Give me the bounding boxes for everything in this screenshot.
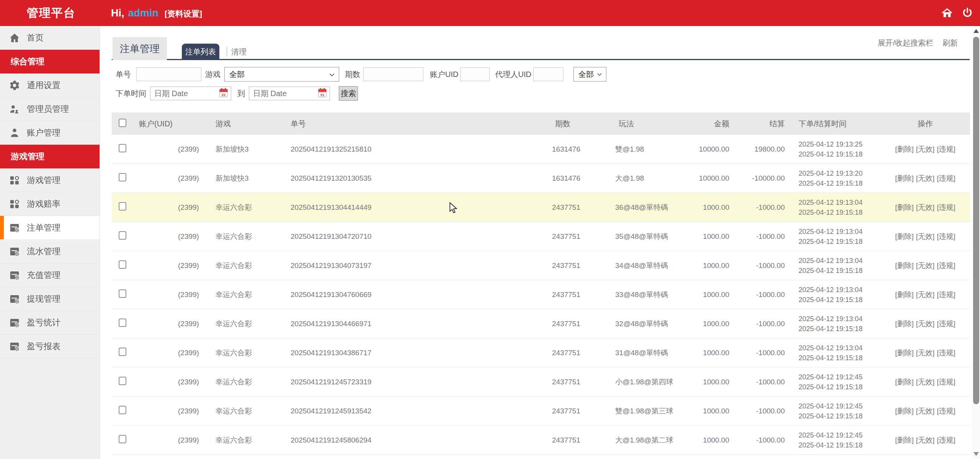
row-checkbox[interactable] bbox=[119, 173, 126, 181]
vertical-scrollbar[interactable] bbox=[972, 26, 980, 459]
game-select[interactable]: 全部 bbox=[224, 67, 339, 82]
row-checkbox[interactable] bbox=[119, 144, 126, 152]
violation-link[interactable]: [违规] bbox=[937, 320, 956, 328]
amount-cell: 10000.00 bbox=[697, 174, 733, 183]
sidebar-item[interactable]: 首页 bbox=[0, 26, 100, 50]
invalid-link[interactable]: [无效] bbox=[916, 174, 935, 182]
row-checkbox[interactable] bbox=[119, 435, 126, 443]
sidebar-item-label: 通用设置 bbox=[27, 80, 60, 91]
col-amount: 金额 bbox=[697, 119, 733, 129]
agent-uid-input[interactable] bbox=[533, 67, 564, 81]
order-no-input[interactable] bbox=[136, 67, 201, 81]
profile-settings-link[interactable]: [资料设置] bbox=[165, 9, 202, 18]
period-input[interactable] bbox=[363, 67, 423, 81]
scroll-down-arrow-icon[interactable] bbox=[973, 452, 979, 456]
time-cell: 2025-04-12 19:13:04 2025-04-12 19:15:18 bbox=[789, 285, 880, 305]
calendar-icon[interactable]: 31 bbox=[317, 88, 327, 100]
delete-link[interactable]: [删除] bbox=[895, 378, 914, 386]
power-logout-icon[interactable] bbox=[962, 7, 974, 19]
invalid-link[interactable]: [无效] bbox=[916, 378, 935, 386]
violation-link[interactable]: [违规] bbox=[937, 378, 956, 386]
violation-link[interactable]: [违规] bbox=[937, 145, 956, 153]
row-checkbox[interactable] bbox=[119, 319, 126, 327]
sidebar-item[interactable]: 盈亏统计 bbox=[0, 311, 100, 335]
violation-link[interactable]: [违规] bbox=[937, 261, 956, 270]
delete-link[interactable]: [删除] bbox=[895, 232, 914, 240]
row-checkbox[interactable] bbox=[119, 377, 126, 385]
delete-link[interactable]: [删除] bbox=[895, 320, 914, 328]
sidebar-item[interactable]: 通用设置 bbox=[0, 74, 100, 97]
sidebar-item[interactable]: 注单管理 bbox=[0, 216, 100, 240]
scroll-up-arrow-icon[interactable] bbox=[973, 29, 979, 33]
col-account-uid: 账户(UID) bbox=[132, 119, 214, 129]
delete-link[interactable]: [删除] bbox=[895, 261, 914, 270]
status-select[interactable]: 全部 bbox=[573, 67, 606, 82]
settle-time: 2025-04-12 19:15:18 bbox=[799, 382, 880, 392]
delete-link[interactable]: [删除] bbox=[895, 436, 914, 444]
row-checkbox[interactable] bbox=[119, 348, 126, 356]
bet-time: 2025-04-12 19:12:45 bbox=[799, 401, 880, 411]
sidebar-item[interactable]: 管理员管理 bbox=[0, 97, 100, 121]
sidebar-item[interactable]: 充值管理 bbox=[0, 263, 100, 287]
toggle-search-link[interactable]: 展开/收起搜索栏 bbox=[877, 38, 933, 48]
violation-link[interactable]: [违规] bbox=[937, 174, 956, 182]
sidebar-item[interactable]: 提现管理 bbox=[0, 287, 100, 311]
settle-time: 2025-04-12 19:15:18 bbox=[799, 324, 880, 334]
settle-time: 2025-04-12 19:15:18 bbox=[799, 440, 880, 450]
violation-link[interactable]: [违规] bbox=[937, 203, 956, 211]
delete-link[interactable]: [删除] bbox=[895, 174, 914, 182]
row-checkbox[interactable] bbox=[119, 406, 126, 414]
tab-cleanup[interactable]: 清理 bbox=[227, 44, 250, 60]
invalid-link[interactable]: [无效] bbox=[916, 232, 935, 240]
invalid-link[interactable]: [无效] bbox=[916, 145, 935, 153]
period-cell: 1631476 bbox=[550, 145, 614, 154]
invalid-link[interactable]: [无效] bbox=[916, 436, 935, 444]
amount-cell: 1000.00 bbox=[697, 232, 733, 241]
violation-link[interactable]: [违规] bbox=[937, 407, 956, 415]
delete-link[interactable]: [删除] bbox=[895, 407, 914, 415]
invalid-link[interactable]: [无效] bbox=[916, 291, 935, 299]
scrollbar-thumb[interactable] bbox=[973, 37, 979, 404]
row-checkbox[interactable] bbox=[119, 202, 126, 211]
sidebar-item[interactable]: 游戏赔率 bbox=[0, 192, 100, 216]
row-checkbox[interactable] bbox=[119, 231, 126, 240]
tab-order-list[interactable]: 注单列表 bbox=[182, 44, 219, 60]
sidebar-item[interactable]: 流水管理 bbox=[0, 240, 100, 263]
sidebar-item[interactable]: 游戏管理 bbox=[0, 168, 100, 192]
violation-link[interactable]: [违规] bbox=[937, 291, 956, 299]
violation-link[interactable]: [违规] bbox=[937, 349, 956, 357]
invalid-link[interactable]: [无效] bbox=[916, 349, 935, 357]
delete-link[interactable]: [删除] bbox=[895, 291, 914, 299]
invalid-link[interactable]: [无效] bbox=[916, 407, 935, 415]
delete-link[interactable]: [删除] bbox=[895, 203, 914, 211]
calendar-icon[interactable]: 31 bbox=[219, 88, 229, 100]
select-all-checkbox[interactable] bbox=[119, 119, 126, 127]
violation-link[interactable]: [违规] bbox=[937, 436, 956, 444]
row-checkbox[interactable] bbox=[119, 260, 126, 269]
account-uid-input[interactable] bbox=[460, 67, 490, 81]
end-date-input[interactable]: 日期 Date 31 bbox=[249, 87, 330, 100]
invalid-link[interactable]: [无效] bbox=[916, 320, 935, 328]
time-cell: 2025-04-12 19:13:04 2025-04-12 19:15:18 bbox=[789, 227, 880, 247]
account-uid-cell: (2399) bbox=[132, 261, 214, 270]
time-cell: 2025-04-12 19:13:04 2025-04-12 19:15:18 bbox=[789, 256, 880, 276]
row-checkbox[interactable] bbox=[119, 289, 126, 298]
invalid-link[interactable]: [无效] bbox=[916, 203, 935, 211]
admins-icon bbox=[9, 103, 20, 115]
sidebar-item[interactable]: 账户管理 bbox=[0, 121, 100, 145]
delete-link[interactable]: [删除] bbox=[895, 145, 914, 153]
sidebar-item[interactable]: 盈亏报表 bbox=[0, 335, 100, 358]
bet-time: 2025-04-12 19:13:04 bbox=[799, 314, 880, 324]
delete-link[interactable]: [删除] bbox=[895, 349, 914, 357]
actions-cell: [删除][无效][违规] bbox=[880, 144, 970, 154]
app-logo: 管理平台 bbox=[27, 0, 76, 26]
home-icon[interactable] bbox=[941, 7, 953, 19]
violation-link[interactable]: [违规] bbox=[937, 232, 956, 240]
search-button[interactable]: 搜索 bbox=[339, 86, 358, 101]
play-cell: 雙@1.98 bbox=[614, 144, 697, 154]
invalid-link[interactable]: [无效] bbox=[916, 261, 935, 270]
refresh-link[interactable]: 刷新 bbox=[942, 38, 958, 48]
game-cell: 幸运六合彩 bbox=[214, 377, 289, 387]
game-cell: 幸运六合彩 bbox=[214, 348, 289, 358]
start-date-input[interactable]: 日期 Date 31 bbox=[150, 87, 231, 100]
